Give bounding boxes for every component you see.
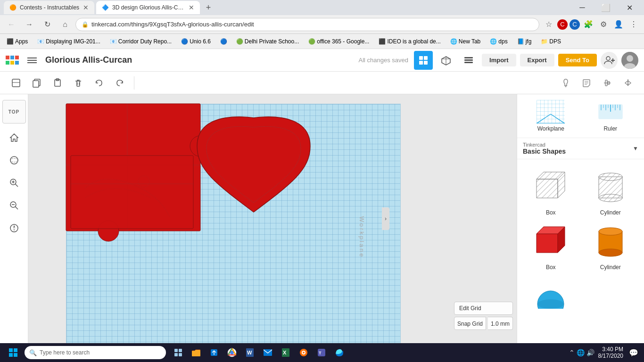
hamburger-menu[interactable]	[25, 53, 40, 68]
user-avatar[interactable]	[621, 52, 638, 69]
export-button[interactable]: Export	[520, 54, 554, 66]
shape-library-header[interactable]: Tinkercad Basic Shapes ▼	[517, 138, 644, 159]
bookmark-9[interactable]: 🌐 New Tab	[447, 37, 483, 46]
mirror-button[interactable]	[619, 74, 636, 91]
new-tab-button[interactable]: +	[202, 1, 215, 14]
compass-button[interactable]	[6, 220, 23, 237]
3d-view-button[interactable]	[437, 51, 455, 70]
teams-button[interactable]: T	[313, 343, 330, 362]
bookmark-6[interactable]: 🟢 Delhi Private Schoo...	[233, 37, 302, 46]
svg-rect-18	[464, 62, 473, 63]
bookmark-apps-label: Apps	[15, 38, 28, 45]
import-button[interactable]: Import	[482, 54, 516, 66]
notification-button[interactable]: 💬	[627, 346, 640, 359]
excel-icon: X	[281, 348, 290, 357]
file-explorer-button[interactable]	[188, 343, 205, 362]
profile-button[interactable]: C	[557, 19, 568, 30]
refresh-button[interactable]: ↻	[40, 17, 55, 32]
network-icon[interactable]: 🌐	[577, 349, 585, 356]
edge-icon	[335, 348, 344, 357]
bookmark-7[interactable]: 🟢 office 365 - Google...	[305, 37, 372, 46]
lightbulb-button[interactable]	[557, 74, 574, 91]
bookmark-4[interactable]: 🔵 Unio 6.6	[178, 37, 214, 46]
zoom-out-button[interactable]	[6, 197, 23, 214]
canvas-toggle-button[interactable]: ›	[382, 207, 389, 230]
bookmark-3[interactable]: 📧 Corridor Duty Repo...	[107, 37, 174, 46]
extensions-button[interactable]: 🧩	[582, 18, 595, 31]
close-button[interactable]: ✕	[619, 0, 640, 15]
chrome-button[interactable]	[223, 343, 240, 362]
undo-button[interactable]	[91, 74, 107, 91]
edit-grid-button[interactable]: Edit Grid	[454, 302, 513, 315]
search-bar[interactable]: 🔍 Type here to search	[25, 346, 166, 359]
canvas-area[interactable]: Workplane	[28, 94, 517, 343]
bookmark-5[interactable]: 🔵	[217, 37, 230, 46]
start-button[interactable]	[4, 343, 23, 362]
task-view-button[interactable]	[170, 343, 187, 362]
send-to-button[interactable]: Send To	[558, 54, 597, 66]
bookmark-11[interactable]: 📘 jfg	[514, 37, 535, 46]
notes-button[interactable]	[578, 74, 595, 91]
bookmark-apps[interactable]: ⬛ Apps	[4, 37, 31, 46]
tab1-close[interactable]: ✕	[83, 4, 89, 11]
home-view-button[interactable]	[6, 129, 23, 146]
bookmark-2[interactable]: 📧 Displaying IMG-201...	[34, 37, 103, 46]
tab-1[interactable]: 🟠 Contests - Instructables ✕	[4, 1, 94, 14]
settings-button[interactable]: ⚙	[597, 18, 610, 31]
undo-icon	[94, 78, 104, 88]
tab2-close[interactable]: ✕	[189, 4, 194, 11]
word-button[interactable]: W	[241, 343, 258, 362]
align-button[interactable]	[599, 74, 616, 91]
orbit-button[interactable]	[6, 152, 23, 169]
menu-button[interactable]: ⋮	[627, 18, 640, 31]
list-view-button[interactable]	[459, 51, 478, 70]
shape-item-gray-box[interactable]: Box	[523, 165, 579, 216]
3d-view-icon	[441, 55, 451, 66]
excel-button[interactable]: X	[277, 343, 294, 362]
chevron-up-icon[interactable]: ⌃	[569, 349, 575, 356]
home-button[interactable]: ⌂	[58, 17, 73, 32]
grid-view-button[interactable]	[414, 51, 433, 70]
grid-controls: Edit Grid Snap Grid 1.0 mm	[454, 302, 513, 330]
workplane-tool[interactable]: Workplane	[523, 100, 579, 132]
url-bar[interactable]: 🔒 tinkercad.com/things/9XgsqT3sfxA-glori…	[75, 18, 539, 31]
app9-icon	[299, 348, 308, 357]
new-shape-button[interactable]	[8, 74, 25, 91]
bookmark-12[interactable]: 📁 DPS	[538, 37, 564, 46]
shape-item-orange-cylinder[interactable]: Cylinder	[583, 220, 639, 271]
file-explorer-icon	[191, 348, 201, 357]
svg-rect-110	[264, 349, 272, 356]
heart-shape[interactable]	[197, 117, 310, 212]
paste-button[interactable]	[49, 74, 66, 91]
mail-button[interactable]	[259, 343, 276, 362]
star-button[interactable]: ☆	[542, 18, 555, 31]
copy-button[interactable]	[28, 74, 45, 91]
app9-button[interactable]	[295, 343, 312, 362]
svg-text:T: T	[319, 351, 322, 355]
user-profile-button[interactable]: 👤	[612, 18, 625, 31]
redo-button[interactable]	[111, 74, 128, 91]
clock[interactable]: 3:40 PM 8/17/2020	[598, 346, 623, 359]
tab-2[interactable]: 🔷 3D design Glorious Allis-Curcan... ✕	[96, 1, 200, 14]
volume-icon[interactable]: 🔊	[586, 349, 594, 356]
store-button[interactable]	[206, 343, 223, 362]
zoom-in-button[interactable]	[6, 174, 23, 191]
shape-item-gray-cylinder[interactable]: Cylinder	[583, 165, 639, 216]
maximize-button[interactable]: ⬜	[595, 0, 617, 15]
library-dropdown-arrow[interactable]: ▼	[633, 145, 638, 152]
tinkercad-logo-icon	[6, 56, 19, 65]
back-button[interactable]: ←	[4, 17, 19, 32]
delete-button[interactable]	[70, 74, 87, 91]
shape-item-sphere[interactable]	[523, 278, 579, 321]
bookmark-8[interactable]: ⬛ IDEO is a global de...	[376, 37, 443, 46]
forward-button[interactable]: →	[22, 17, 37, 32]
sync-button[interactable]: C	[570, 19, 580, 30]
minimize-button[interactable]: ─	[571, 0, 593, 15]
bookmark-10[interactable]: 🌐 dps	[487, 37, 510, 46]
tab1-favicon: 🟠	[9, 4, 16, 11]
window-controls: ─ ⬜ ✕	[571, 0, 640, 15]
ruler-tool[interactable]: Ruler	[583, 100, 639, 132]
shape-item-red-box[interactable]: Box	[523, 220, 579, 271]
edge-button[interactable]	[331, 343, 348, 362]
add-user-button[interactable]	[601, 52, 618, 69]
